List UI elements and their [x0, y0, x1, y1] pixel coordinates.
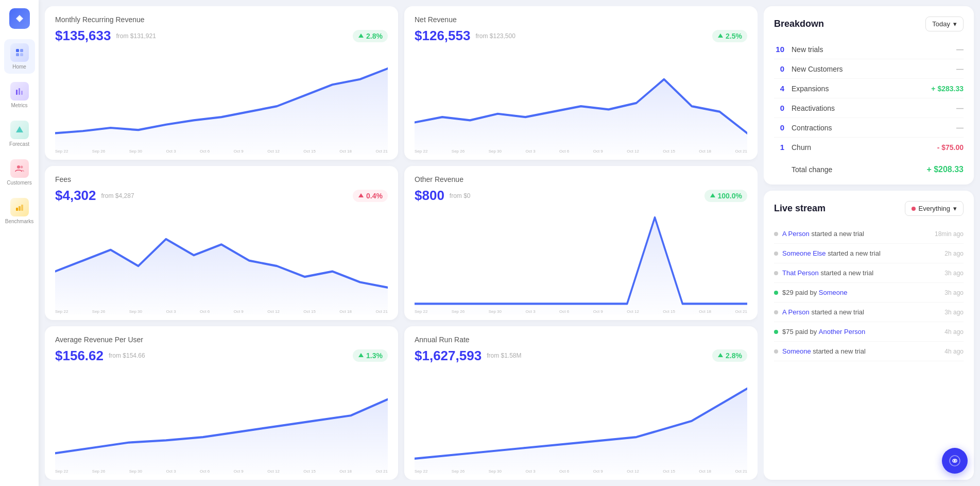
breakdown-dropdown[interactable]: Today ▾ [925, 16, 964, 31]
stream-time: 3h ago [944, 270, 964, 277]
x-label: Oct 18 [699, 469, 711, 474]
metric-from-arpu: from $154.66 [109, 352, 145, 359]
breakdown-label: Contractions [792, 124, 956, 132]
svg-marker-15 [718, 33, 723, 38]
metric-badge-arr: 2.8% [712, 349, 747, 362]
customers-icon [10, 159, 29, 178]
badge-pct-net: 2.5% [726, 32, 742, 40]
metric-title-mrr: Monthly Recurring Revenue [55, 15, 388, 24]
x-label: Oct 12 [267, 149, 280, 154]
metric-title-other: Other Revenue [415, 175, 747, 183]
x-label: Oct 3 [525, 149, 535, 154]
stream-time: 18min ago [935, 230, 964, 238]
x-label: Oct 3 [525, 309, 535, 314]
metric-value-net: $126,553 [415, 28, 470, 44]
metric-title-arpu: Average Revenue Per User [55, 336, 388, 344]
x-label: Sep 22 [55, 469, 68, 474]
x-label: Oct 18 [339, 469, 352, 474]
metric-card-net: Net Revenue $126,553 from $123,500 2.5% [404, 6, 758, 160]
stream-link[interactable]: Another Person [819, 328, 865, 336]
metric-value-other: $800 [415, 188, 444, 204]
stream-link[interactable]: That Person [782, 269, 819, 277]
x-label: Oct 3 [166, 309, 176, 314]
x-label: Oct 9 [593, 149, 603, 154]
chart-wrapper-mrr: Sep 22Sep 26Sep 30Oct 3Oct 6Oct 9Oct 12O… [55, 47, 388, 155]
svg-marker-14 [358, 33, 364, 38]
x-label: Sep 30 [489, 309, 502, 314]
breakdown-value: — [956, 65, 964, 73]
svg-rect-7 [21, 91, 23, 95]
breakdown-value: + $283.33 [931, 85, 964, 93]
stream-link[interactable]: Someone Else [782, 249, 826, 257]
stream-item: A Person started a new trial 3h ago [774, 303, 964, 322]
x-label: Oct 15 [663, 309, 675, 314]
sidebar-item-metrics[interactable]: Metrics [4, 78, 35, 112]
total-value: + $208.33 [926, 165, 964, 174]
sidebar-item-customers[interactable]: Customers [4, 155, 35, 190]
stream-link[interactable]: Someone [819, 289, 848, 296]
svg-rect-3 [16, 53, 19, 56]
x-label: Oct 9 [593, 469, 603, 474]
stream-text: Someone started a new trial [782, 347, 940, 355]
x-label: Oct 9 [593, 309, 603, 314]
metric-badge-net: 2.5% [712, 30, 747, 42]
stream-text: That Person started a new trial [782, 269, 940, 277]
x-label: Oct 21 [375, 309, 388, 314]
x-label: Sep 22 [55, 149, 68, 154]
x-label: Sep 30 [489, 149, 502, 154]
x-label: Oct 6 [559, 149, 569, 154]
badge-pct-mrr: 2.8% [366, 32, 383, 40]
svg-marker-8 [16, 126, 23, 132]
sidebar-item-home-label: Home [12, 64, 26, 70]
metric-value-arpu: $156.62 [55, 348, 104, 364]
breakdown-label: Expansions [792, 85, 931, 93]
gray-dot-icon [774, 232, 778, 236]
stream-text: A Person started a new trial [782, 308, 940, 316]
livestream-dropdown[interactable]: Everything ▾ [905, 201, 964, 216]
metric-value-arr: $1,627,593 [415, 348, 482, 364]
x-label: Sep 26 [92, 309, 105, 314]
breakdown-dropdown-label: Today [932, 20, 950, 28]
sidebar-item-benchmarks-label: Benchmarks [5, 219, 34, 224]
metric-title-arr: Annual Run Rate [415, 336, 747, 344]
breakdown-row: 4 Expansions + $283.33 [774, 79, 964, 98]
metric-from-mrr: from $131,921 [116, 32, 156, 40]
sidebar-item-forecast-label: Forecast [9, 141, 29, 147]
badge-pct-other: 100.0% [718, 192, 742, 200]
chevron-down-icon: ▾ [953, 205, 957, 212]
metric-badge-fees: 0.4% [353, 190, 388, 202]
x-label: Oct 18 [339, 309, 352, 314]
metric-badge-other: 100.0% [704, 190, 747, 202]
x-label: Oct 21 [735, 309, 747, 314]
svg-marker-19 [718, 353, 723, 357]
main-content: Monthly Recurring Revenue $135,633 from … [39, 0, 764, 486]
sidebar-item-benchmarks[interactable]: Benchmarks [4, 194, 35, 228]
metric-value-row-net: $126,553 from $123,500 2.5% [415, 28, 747, 44]
metric-from-arr: from $1.58M [487, 352, 521, 359]
stream-time: 3h ago [944, 309, 964, 316]
stream-link[interactable]: Someone [782, 347, 811, 355]
metric-title-net: Net Revenue [415, 15, 747, 24]
breakdown-count: 1 [774, 143, 784, 152]
x-label: Oct 6 [200, 149, 210, 154]
livestream-dropdown-label: Everything [919, 205, 950, 212]
x-label: Oct 21 [735, 149, 747, 154]
chart-wrapper-fees: Sep 22Sep 26Sep 30Oct 3Oct 6Oct 9Oct 12O… [55, 207, 388, 314]
sidebar-item-home[interactable]: Home [4, 39, 35, 74]
sidebar-item-forecast[interactable]: Forecast [4, 116, 35, 151]
x-label: Oct 6 [200, 469, 210, 474]
x-label: Oct 15 [663, 149, 675, 154]
x-label: Oct 12 [627, 149, 639, 154]
x-label: Sep 30 [129, 149, 142, 154]
fab-button[interactable] [942, 448, 968, 474]
chart-wrapper-other: Sep 22Sep 26Sep 30Oct 3Oct 6Oct 9Oct 12O… [415, 207, 747, 314]
stream-link[interactable]: A Person [782, 230, 810, 238]
badge-pct-arpu: 1.3% [366, 351, 383, 360]
x-label: Sep 26 [92, 149, 105, 154]
x-label: Sep 26 [452, 149, 465, 154]
sidebar: Home Metrics Forecast C [0, 0, 39, 486]
stream-link[interactable]: A Person [782, 308, 810, 316]
stream-text: $29 paid by Someone [782, 289, 940, 296]
x-label: Oct 3 [525, 469, 535, 474]
stream-time: 2h ago [944, 250, 964, 257]
